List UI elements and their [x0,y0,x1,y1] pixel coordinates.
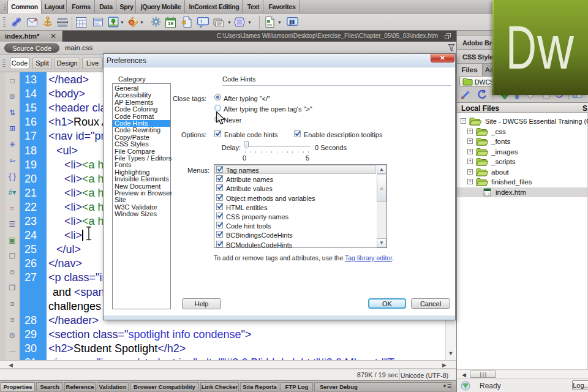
svg-text:!: ! [200,18,202,24]
svg-text:..: .. [203,19,205,24]
svg-text:19: 19 [168,21,173,26]
svg-text:▮▮: ▮▮ [289,19,295,24]
